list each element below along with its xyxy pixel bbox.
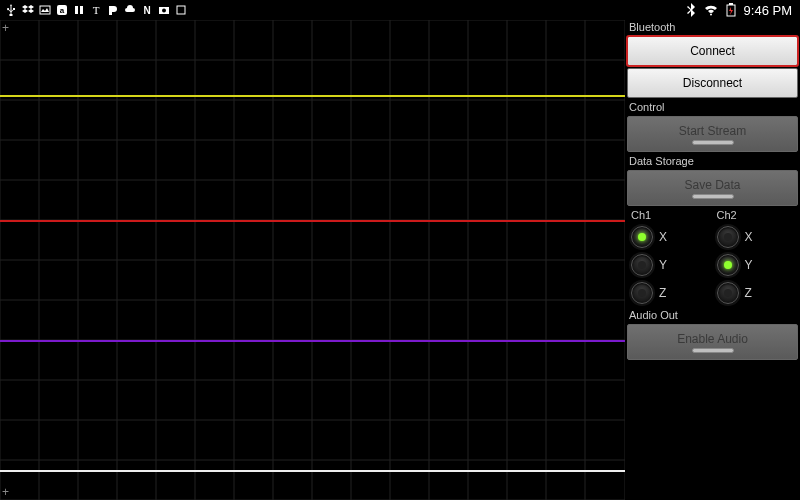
svg-rect-0 [40,6,50,14]
svg-point-6 [162,9,166,13]
toggle-track-icon [692,194,734,199]
radio-label: Z [745,286,752,300]
ch2-y-radio[interactable]: Y [717,252,795,278]
ch1-z-radio[interactable]: Z [631,280,709,306]
grid-lines [0,20,625,500]
radio-label: X [745,230,753,244]
save-data-button[interactable]: Save Data [627,170,798,206]
marker-bottom-left: + [2,486,9,498]
status-bar-right: 9:46 PM [684,3,800,18]
save-data-button-label: Save Data [684,178,740,192]
bluetooth-section-label: Bluetooth [625,20,800,34]
svg-rect-7 [177,6,185,14]
amazon-icon: a [55,3,69,17]
toggle-track-icon [692,140,734,145]
control-section-label: Control [625,100,800,114]
ch1-column: Ch1 X Y Z [631,208,709,306]
oscilloscope-plot: + + [0,20,625,500]
dropbox-icon [21,3,35,17]
bluetooth-icon [684,3,698,17]
radio-label: Y [745,258,753,272]
ch2-z-radio[interactable]: Z [717,280,795,306]
trace-red [0,220,625,222]
audio-out-section-label: Audio Out [625,308,800,322]
book-icon [72,3,86,17]
radio-label: Y [659,258,667,272]
svg-text:N: N [143,5,150,16]
ch1-label: Ch1 [631,208,709,222]
wifi-icon [704,3,718,17]
camera-icon [157,3,171,17]
ch1-y-radio[interactable]: Y [631,252,709,278]
usb-icon [4,3,18,17]
ch1-x-radio[interactable]: X [631,224,709,250]
start-stream-button[interactable]: Start Stream [627,116,798,152]
status-bar-left-icons: a T N [0,3,188,17]
box-icon [174,3,188,17]
trace-white [0,470,625,472]
connect-button[interactable]: Connect [627,36,798,66]
data-storage-section-label: Data Storage [625,154,800,168]
clock-time: 9:46 PM [744,3,792,18]
svg-text:a: a [60,6,65,15]
ch2-label: Ch2 [717,208,795,222]
control-panel: Bluetooth Connect Disconnect Control Sta… [625,20,800,500]
svg-text:T: T [93,4,100,16]
gallery-icon [38,3,52,17]
nyt-icon: T [89,3,103,17]
connect-button-label: Connect [690,44,735,58]
play-icon [106,3,120,17]
enable-audio-button-label: Enable Audio [677,332,748,346]
toggle-track-icon [692,348,734,353]
enable-audio-button[interactable]: Enable Audio [627,324,798,360]
cloud-icon [123,3,137,17]
start-stream-button-label: Start Stream [679,124,746,138]
disconnect-button-label: Disconnect [683,76,742,90]
trace-purple [0,340,625,342]
svg-rect-9 [729,3,733,5]
radio-label: Z [659,286,666,300]
netflix-icon: N [140,3,154,17]
ch2-column: Ch2 X Y Z [717,208,795,306]
trace-yellow [0,95,625,97]
marker-top-left: + [2,22,9,34]
radio-label: X [659,230,667,244]
disconnect-button[interactable]: Disconnect [627,68,798,98]
status-bar: a T N 9:46 PM [0,0,800,20]
battery-icon [724,3,738,17]
ch2-x-radio[interactable]: X [717,224,795,250]
